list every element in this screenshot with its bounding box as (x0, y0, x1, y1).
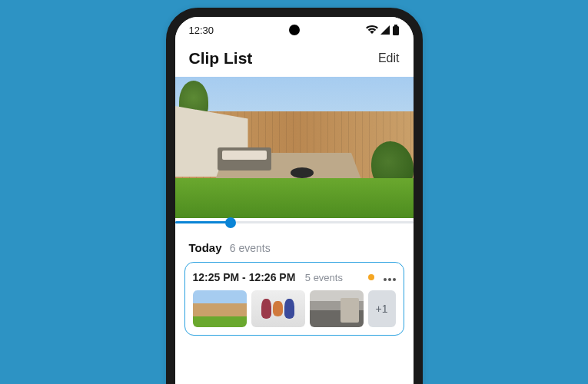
app-screen: 12:30 Clip List Edit (175, 17, 414, 384)
more-clips-button[interactable]: +1 (368, 290, 396, 327)
more-options-button[interactable] (382, 270, 396, 284)
unread-indicator-icon (368, 274, 374, 280)
event-count: 5 events (305, 272, 343, 283)
edit-button[interactable]: Edit (378, 51, 400, 65)
day-event-count: 6 events (230, 242, 271, 254)
phone-frame: 12:30 Clip List Edit (166, 8, 423, 384)
clip-thumbnail[interactable] (251, 290, 305, 327)
status-right (366, 25, 400, 35)
wifi-icon (366, 25, 378, 35)
svg-rect-1 (393, 26, 399, 35)
timeline-scrubber[interactable] (175, 218, 414, 233)
thumbnail-row: +1 (193, 290, 396, 327)
svg-rect-0 (394, 25, 397, 26)
clip-thumbnail[interactable] (310, 290, 364, 327)
page-title: Clip List (189, 49, 253, 68)
event-time-range: 12:25 PM - 12:26 PM (193, 271, 296, 283)
card-header: 12:25 PM - 12:26 PM 5 events (193, 270, 396, 284)
status-time: 12:30 (189, 25, 214, 36)
clip-preview[interactable] (175, 77, 414, 218)
clip-thumbnail[interactable] (193, 290, 247, 327)
day-label: Today (189, 241, 222, 254)
signal-icon (380, 25, 390, 35)
day-header: Today 6 events (175, 233, 414, 262)
page-header: Clip List Edit (175, 43, 414, 77)
scrubber-knob[interactable] (225, 217, 236, 228)
event-group-card[interactable]: 12:25 PM - 12:26 PM 5 events +1 (184, 262, 404, 336)
battery-icon (392, 25, 400, 35)
scrubber-progress (175, 221, 231, 223)
phone-camera (289, 25, 300, 35)
